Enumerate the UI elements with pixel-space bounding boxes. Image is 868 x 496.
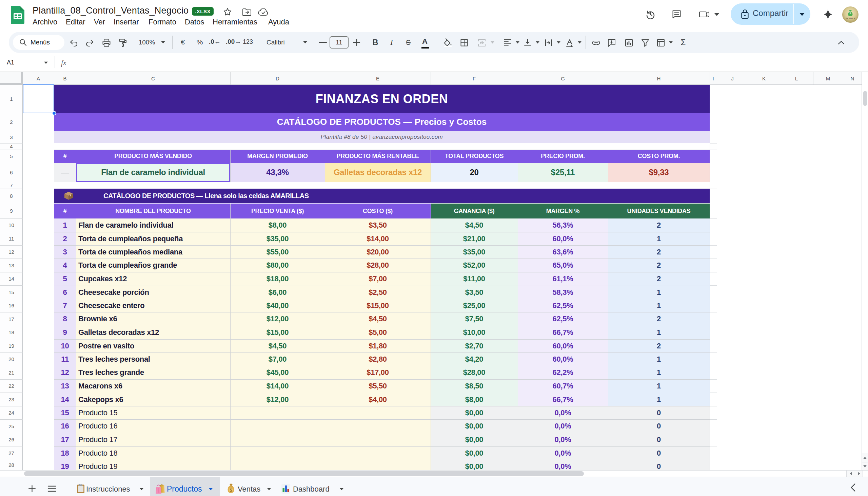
svg-text:$: $ bbox=[229, 487, 232, 493]
svg-text:S: S bbox=[849, 11, 851, 14]
svg-text:AVANZA: AVANZA bbox=[846, 17, 855, 20]
